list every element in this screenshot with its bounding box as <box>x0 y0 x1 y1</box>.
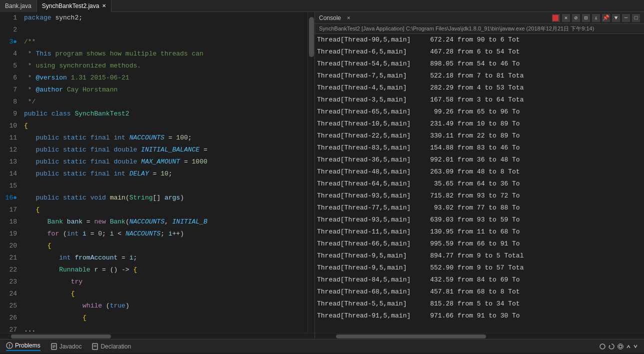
svg-point-13 <box>618 344 624 349</box>
console-view-menu[interactable]: ▼ <box>612 14 620 22</box>
problems-tab[interactable]: Problems <box>6 342 40 351</box>
editor-tab-bar: Bank.java SynchBankTest2.java ✕ <box>0 0 644 12</box>
problems-icon <box>6 342 13 349</box>
settings-icon <box>617 343 624 350</box>
console-maximize[interactable]: □ <box>632 14 640 22</box>
code-line-11: public static final int NACCOUNTS = 100; <box>24 132 308 144</box>
console-line-11: Thread[Thread-36,5,main] 992.01 from 36 … <box>317 154 642 166</box>
console-line-16: Thread[Thread-93,5,main] 639.03 from 93 … <box>317 214 642 226</box>
console-line-10: Thread[Thread-83,5,main] 154.88 from 83 … <box>317 142 642 154</box>
console-line-1: Thread[Thread-90,5,main] 672.24 from 90 … <box>317 34 642 46</box>
console-line-15: Thread[Thread-77,5,main] 93.02 from 77 t… <box>317 202 642 214</box>
console-output[interactable]: Thread[Thread-90,5,main] 672.24 from 90 … <box>315 34 644 333</box>
code-line-4: * This program shows how multiple thread… <box>24 48 308 60</box>
console-title-bar: Console ✕ <box>319 14 350 22</box>
console-line-4: Thread[Thread-7,5,main] 522.18 from 7 to… <box>317 70 642 82</box>
console-line-17: Thread[Thread-11,5,main] 130.95 from 11 … <box>317 226 642 238</box>
code-line-1: package synch2; <box>24 12 308 24</box>
console-line-14: Thread[Thread-93,5,main] 715.82 from 93 … <box>317 190 642 202</box>
javadoc-tab[interactable]: Javadoc <box>50 343 82 350</box>
code-line-6: * @version 1.31 2015-06-21 <box>24 72 308 84</box>
main-layout: 1 2 3● 4 5 6 7 8 9 10 11 12 13 14 15 16●… <box>0 12 644 339</box>
javadoc-label: Javadoc <box>60 343 82 350</box>
code-line-21: int fromAccount = i; <box>24 252 308 264</box>
pin-button[interactable]: 📌 <box>602 14 610 22</box>
console-line-6: Thread[Thread-3,5,main] 167.58 from 3 to… <box>317 94 642 106</box>
console-minimize[interactable]: ─ <box>622 14 630 22</box>
code-line-20: { <box>24 240 308 252</box>
console-line-19: Thread[Thread-9,5,main] 894.77 from 9 to… <box>317 250 642 262</box>
svg-point-2 <box>9 346 10 348</box>
console-line-23: Thread[Thread-5,5,main] 815.28 from 5 to… <box>317 298 642 310</box>
chevron-down-icon <box>633 343 638 350</box>
code-line-16: public static void main(String[] args) <box>24 192 308 204</box>
code-line-9: public class SynchBankTest2 <box>24 108 308 120</box>
problems-label: Problems <box>15 342 40 349</box>
console-hscroll[interactable] <box>315 333 644 339</box>
editor-hscroll[interactable] <box>0 333 314 339</box>
console-line-22: Thread[Thread-68,5,main] 457.81 from 68 … <box>317 286 642 298</box>
clear-button[interactable]: ⊡ <box>582 14 590 22</box>
code-line-19: for (int i = 0; i < NACCOUNTS; i++) <box>24 228 308 240</box>
code-line-7: * @author Cay Horstmann <box>24 84 308 96</box>
scroll-lock-button[interactable]: ⇓ <box>592 14 600 22</box>
code-line-15 <box>24 180 308 192</box>
code-line-13: public static final double MAX_AMOUNT = … <box>24 156 308 168</box>
status-bar: Problems Javadoc Declaration <box>0 339 644 353</box>
terminate-button[interactable]: ✕ <box>562 14 570 22</box>
stop-button[interactable] <box>552 14 560 22</box>
console-line-12: Thread[Thread-48,5,main] 263.09 from 48 … <box>317 166 642 178</box>
svg-point-10 <box>600 344 605 349</box>
code-line-27: ... <box>24 324 308 333</box>
svg-marker-11 <box>609 345 610 347</box>
tab-synchbanktest2-close-icon[interactable]: ✕ <box>102 3 106 8</box>
progress-icon <box>599 343 606 350</box>
console-line-24: Thread[Thread-91,5,main] 971.66 from 91 … <box>317 310 642 322</box>
tab-bank-java[interactable]: Bank.java <box>0 0 37 12</box>
code-line-26: { <box>24 312 308 324</box>
code-line-10: { <box>24 120 308 132</box>
declaration-tab[interactable]: Declaration <box>92 343 131 350</box>
console-toolbar: ✕ ⊘ ⊡ ⇓ 📌 ▼ ─ □ <box>552 14 640 22</box>
code-line-22: Runnable r = () -> { <box>24 264 308 276</box>
console-line-8: Thread[Thread-10,5,main] 231.49 from 10 … <box>317 118 642 130</box>
tab-synchbanktest2-java[interactable]: SynchBankTest2.java ✕ <box>37 0 112 12</box>
code-line-23: try <box>24 276 308 288</box>
editor-scrollbar[interactable] <box>308 12 314 333</box>
console-line-20: Thread[Thread-9,5,main] 552.90 from 9 to… <box>317 262 642 274</box>
tab-synchbanktest2-label: SynchBankTest2.java <box>42 2 100 10</box>
sync-icon <box>608 343 615 350</box>
status-right-icons[interactable] <box>599 343 638 350</box>
code-line-24: { <box>24 288 308 300</box>
console-close-icon[interactable]: ✕ <box>347 14 350 21</box>
code-line-5: * using synchronized methods. <box>24 60 308 72</box>
console-line-21: Thread[Thread-84,5,main] 432.59 from 84 … <box>317 274 642 286</box>
line-numbers: 1 2 3● 4 5 6 7 8 9 10 11 12 13 14 15 16●… <box>0 12 20 333</box>
console-path: SynchBankTest2 [Java Application] C:\Pro… <box>315 24 644 34</box>
console-line-3: Thread[Thread-54,5,main] 898.05 from 54 … <box>317 58 642 70</box>
console-hscroll-thumb <box>336 334 486 338</box>
javadoc-icon <box>50 343 58 350</box>
declaration-label: Declaration <box>100 343 131 350</box>
editor-content: 1 2 3● 4 5 6 7 8 9 10 11 12 13 14 15 16●… <box>0 12 314 333</box>
declaration-icon <box>92 343 98 350</box>
stop-icon <box>552 15 558 21</box>
console-line-18: Thread[Thread-66,5,main] 995.59 from 66 … <box>317 238 642 250</box>
code-line-8: */ <box>24 96 308 108</box>
code-line-17: { <box>24 204 308 216</box>
svg-point-12 <box>619 345 622 348</box>
remove-launch-button[interactable]: ⊘ <box>572 14 580 22</box>
code-area[interactable]: package synch2; /** * This program shows… <box>20 12 308 333</box>
console-line-9: Thread[Thread-22,5,main] 330.11 from 22 … <box>317 130 642 142</box>
code-line-25: while (true) <box>24 300 308 312</box>
console-header: Console ✕ ✕ ⊘ ⊡ ⇓ 📌 ▼ ─ □ <box>315 12 644 24</box>
editor-hscroll-thumb <box>11 334 111 338</box>
console-line-2: Thread[Thread-6,5,main] 467.28 from 6 to… <box>317 46 642 58</box>
console-label: Console <box>319 14 341 22</box>
code-line-3: /** <box>24 36 308 48</box>
tab-bank-java-label: Bank.java <box>5 2 32 10</box>
chevron-up-icon <box>626 343 631 350</box>
editor-scrollbar-thumb <box>309 17 314 57</box>
code-line-18: Bank bank = new Bank(NACCOUNTS, INITIAL_… <box>24 216 308 228</box>
code-line-12: public static final double INITIAL_BALAN… <box>24 144 308 156</box>
